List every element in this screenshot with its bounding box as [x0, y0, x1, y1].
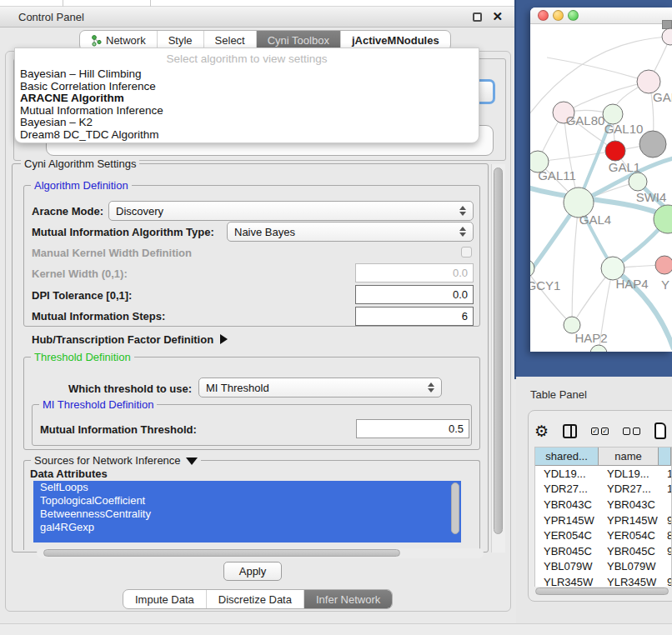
settings-scrollbar[interactable]	[491, 164, 505, 552]
mi-steps-field[interactable]: 6	[355, 307, 474, 326]
algorithm-option[interactable]: Bayesian – K2	[15, 117, 479, 129]
network-node-gcy1[interactable]	[530, 259, 534, 278]
bottom-tab-impute-data[interactable]: Impute Data	[123, 590, 206, 608]
algorithm-dropdown-popup: Select algorithm to view settings Bayesi…	[14, 48, 479, 143]
network-node[interactable]	[590, 345, 607, 352]
node-table[interactable]: shared...name YDL19...YDL19...13YDR27...…	[534, 447, 672, 587]
mi-threshold-field[interactable]: 0.5	[356, 419, 469, 438]
network-edge	[538, 151, 615, 162]
settings-horizontal-scrollbar[interactable]	[37, 548, 484, 558]
settings-scrollbar-thumb[interactable]	[494, 168, 503, 534]
deselect-all-checkboxes-icon[interactable]	[623, 428, 640, 435]
table-row[interactable]: YER054CYER054C8.	[535, 528, 671, 543]
table-cell: 8.	[659, 529, 671, 542]
mi-type-combo[interactable]: Naive Bayes	[227, 222, 474, 242]
table-row[interactable]: YDL19...YDL19...13	[535, 466, 671, 482]
hub-definition-toggle[interactable]: Hub/Transcription Factor Definition	[32, 333, 228, 346]
algorithm-option[interactable]: Basic Correlation Inference	[15, 81, 479, 93]
attributes-scrollbar-thumb[interactable]	[451, 482, 459, 534]
gear-icon[interactable]: ⚙	[534, 423, 549, 439]
sources-title-label: Sources for Network Inference	[34, 454, 181, 467]
table-row[interactable]: YLR345WYLR345W9.	[535, 574, 671, 587]
network-node-label: HAP4	[615, 277, 648, 291]
network-node-label: GCY1	[530, 278, 560, 292]
table-cell: YDR27...	[599, 482, 659, 495]
zoom-traffic-light-icon[interactable]	[568, 10, 579, 21]
table-horizontal-scrollbar-thumb[interactable]	[535, 588, 669, 595]
network-node-y[interactable]	[655, 256, 672, 274]
network-canvas[interactable]: GALGAL80GAL10GAL1GAL11SWI4GAL4GCY1HAP4YH…	[530, 24, 672, 352]
tab-label: Style	[168, 34, 193, 47]
table-cell: YDR27...	[535, 482, 599, 495]
table-row[interactable]: YBL079WYBL079W	[535, 559, 671, 575]
manual-kernel-checkbox[interactable]	[461, 247, 472, 258]
which-threshold-combo[interactable]: MI Threshold	[198, 378, 442, 398]
network-node[interactable]	[639, 131, 666, 158]
close-traffic-light-icon[interactable]	[538, 10, 549, 21]
table-panel-title: Table Panel	[530, 388, 587, 401]
expand-right-icon	[220, 334, 228, 344]
data-attribute-item[interactable]: BetweennessCentrality	[33, 508, 461, 521]
network-window-titlebar[interactable]	[530, 8, 672, 24]
algorithm-dropdown-placeholder: Select algorithm to view settings	[15, 52, 479, 68]
algorithm-option[interactable]: Dream8 DC_TDC Algorithm	[15, 129, 479, 142]
aracne-mode-value: Discovery	[116, 205, 459, 218]
kernel-width-label: Kernel Width (0,1):	[32, 268, 128, 280]
network-node-label: GAL10	[604, 122, 644, 136]
mi-type-label: Mutual Information Algorithm Type:	[32, 226, 214, 238]
split-columns-icon[interactable]	[563, 424, 577, 438]
column-header[interactable]: name	[599, 448, 659, 465]
tab-label: Select	[215, 34, 245, 47]
algorithm-option[interactable]: Bayesian – Hill Climbing	[15, 68, 479, 81]
algorithm-dropdown-items: Bayesian – Hill ClimbingBasic Correlatio…	[15, 68, 479, 142]
mi-threshold-group-title: MI Threshold Definition	[39, 398, 157, 411]
table-header-row: shared...name	[535, 448, 671, 466]
divider	[63, 0, 63, 7]
network-node-swi4[interactable]	[629, 172, 647, 191]
data-attributes-list[interactable]: SelfLoopsTopologicalCoefficientBetweenne…	[33, 481, 461, 542]
select-all-checkboxes-icon[interactable]: ✓✓	[591, 428, 609, 435]
bottom-tab-infer-network[interactable]: Infer Network	[303, 590, 392, 608]
data-attribute-item[interactable]: gal4RGexp	[33, 521, 461, 534]
new-table-icon[interactable]	[654, 422, 666, 439]
settings-horizontal-scrollbar-thumb[interactable]	[43, 549, 400, 557]
divider	[150, 0, 151, 7]
table-cell: YBR045C	[535, 545, 599, 558]
algorithm-option[interactable]: ARACNE Algorithm	[15, 92, 479, 105]
table-cell: YDL19...	[599, 468, 659, 480]
data-attribute-item[interactable]: SelfLoops	[33, 481, 461, 494]
sources-group-title[interactable]: Sources for Network Inference	[31, 454, 201, 467]
data-attribute-item[interactable]: TopologicalCoefficient	[33, 494, 461, 508]
apply-button[interactable]: Apply	[223, 562, 282, 581]
column-header[interactable]	[659, 448, 671, 465]
table-cell: 12	[659, 482, 671, 495]
aracne-mode-combo[interactable]: Discovery	[108, 201, 474, 221]
network-node-gal1[interactable]	[605, 141, 625, 161]
table-cell: 9.	[659, 576, 671, 587]
table-body: YDL19...YDL19...13YDR27...YDR27...12YBR0…	[535, 466, 671, 587]
close-icon[interactable]: ✕	[492, 9, 503, 24]
minimize-traffic-light-icon[interactable]	[553, 10, 564, 21]
mi-threshold-label: Mutual Information Threshold:	[40, 423, 197, 436]
algorithm-option[interactable]: Mutual Information Inference	[15, 105, 479, 118]
column-header[interactable]: shared...	[535, 448, 599, 465]
network-view-window[interactable]: GALGAL80GAL10GAL1GAL11SWI4GAL4GCY1HAP4YH…	[530, 8, 672, 352]
float-panel-icon[interactable]	[473, 12, 482, 22]
table-cell: YER054C	[599, 529, 659, 542]
table-row[interactable]: YBR045CYBR045C9.	[535, 543, 671, 559]
table-row[interactable]: YDR27...YDR27...12	[535, 482, 671, 498]
bottom-tab-discretize-data[interactable]: Discretize Data	[206, 590, 303, 608]
table-cell: YPR145W	[599, 514, 659, 527]
table-cell: YPR145W	[535, 514, 599, 527]
table-cell: YLR345W	[535, 576, 599, 587]
network-edge	[530, 268, 572, 325]
kernel-width-field[interactable]: 0.0	[355, 263, 474, 282]
dpi-tolerance-field[interactable]: 0.0	[355, 285, 474, 304]
table-cell: 9.	[659, 514, 671, 527]
network-edge	[547, 58, 649, 82]
table-row[interactable]: YPR145WYPR145W9.	[535, 512, 671, 528]
network-node[interactable]	[662, 28, 672, 45]
table-row[interactable]: YBR043CYBR043C	[535, 497, 671, 512]
combo-arrows-icon	[427, 382, 434, 392]
mi-type-value: Naive Bayes	[234, 226, 459, 238]
